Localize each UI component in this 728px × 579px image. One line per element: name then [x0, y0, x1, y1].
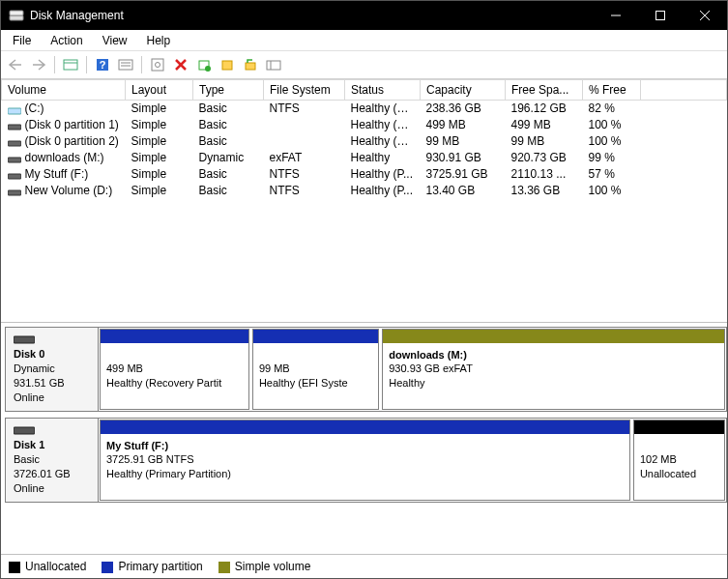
volume-list[interactable]: Volume Layout Type File System Status Ca…: [1, 79, 727, 323]
svg-rect-13: [152, 59, 163, 71]
col-spare: [641, 80, 727, 101]
minimize-button[interactable]: [594, 1, 638, 30]
window-controls: [594, 1, 727, 30]
toolbar: ?: [1, 51, 727, 79]
attach-vhd-button[interactable]: [217, 54, 238, 75]
legend-primary: Primary partition: [102, 560, 202, 573]
drive-icon: [8, 170, 21, 180]
drive-icon: [8, 187, 21, 196]
partition[interactable]: 99 MBHealthy (EFI Syste: [252, 329, 379, 410]
disk-label[interactable]: Disk 0Dynamic931.51 GBOnline: [6, 328, 99, 411]
disk-icon: [14, 333, 35, 345]
title-bar: Disk Management: [1, 1, 727, 30]
legend-unallocated: Unallocated: [9, 560, 86, 573]
menu-file[interactable]: File: [5, 32, 39, 49]
menu-action[interactable]: Action: [43, 32, 90, 49]
col-layout[interactable]: Layout: [126, 80, 193, 101]
menu-bar: File Action View Help: [1, 30, 727, 51]
svg-rect-1: [10, 11, 23, 15]
disk-row[interactable]: Disk 1Basic3726.01 GBOnlineMy Stuff (F:)…: [5, 418, 727, 503]
rescan-button[interactable]: [263, 54, 284, 75]
disk-icon: [14, 424, 35, 436]
col-capacity[interactable]: Capacity: [421, 80, 506, 101]
column-headers[interactable]: Volume Layout Type File System Status Ca…: [2, 80, 727, 101]
svg-rect-28: [8, 190, 21, 195]
action-list-button[interactable]: [115, 54, 136, 75]
svg-text:?: ?: [100, 59, 106, 71]
drive-icon: [8, 137, 21, 147]
menu-help[interactable]: Help: [139, 32, 179, 49]
svg-rect-21: [267, 61, 280, 70]
svg-rect-10: [119, 60, 132, 70]
table-row[interactable]: (C:)SimpleBasicNTFSHealthy (B...238.36 G…: [2, 101, 727, 117]
refresh-disk-button[interactable]: [240, 54, 261, 75]
table-row[interactable]: downloads (M:)SimpleDynamicexFATHealthy9…: [2, 150, 727, 166]
col-free[interactable]: Free Spa...: [506, 80, 583, 101]
disk-layout-panel[interactable]: Disk 0Dynamic931.51 GBOnline 499 MBHealt…: [1, 323, 727, 554]
col-fs[interactable]: File System: [264, 80, 345, 101]
svg-rect-25: [8, 141, 21, 146]
col-status[interactable]: Status: [345, 80, 421, 101]
maximize-button[interactable]: [638, 1, 683, 30]
refresh-button[interactable]: [147, 54, 168, 75]
table-row[interactable]: (Disk 0 partition 2)SimpleBasicHealthy (…: [2, 133, 727, 150]
col-pct[interactable]: % Free: [583, 80, 641, 101]
partition[interactable]: My Stuff (F:)3725.91 GB NTFSHealthy (Pri…: [100, 420, 630, 501]
partition[interactable]: 499 MBHealthy (Recovery Partit: [100, 329, 249, 410]
partition[interactable]: 102 MBUnallocated: [633, 420, 725, 501]
svg-rect-0: [10, 15, 23, 20]
col-type[interactable]: Type: [193, 80, 264, 101]
menu-view[interactable]: View: [95, 32, 135, 49]
partition-colorbar: [634, 420, 724, 434]
svg-rect-6: [64, 60, 77, 70]
svg-rect-19: [222, 61, 232, 70]
legend-simple: Simple volume: [218, 560, 311, 573]
window-title: Disk Management: [30, 9, 594, 22]
drive-icon: [8, 154, 21, 163]
svg-rect-20: [246, 63, 255, 70]
table-row[interactable]: New Volume (D:)SimpleBasicNTFSHealthy (P…: [2, 183, 727, 199]
partition-colorbar: [383, 330, 724, 343]
drive-icon: [8, 104, 21, 114]
partition[interactable]: downloads (M:)930.93 GB exFATHealthy: [382, 329, 725, 410]
forward-button[interactable]: [28, 54, 49, 75]
partition-colorbar: [101, 420, 629, 434]
table-row[interactable]: (Disk 0 partition 1)SimpleBasicHealthy (…: [2, 117, 727, 133]
svg-rect-30: [14, 427, 35, 434]
svg-point-18: [205, 66, 211, 72]
table-row[interactable]: My Stuff (F:)SimpleBasicNTFSHealthy (P..…: [2, 166, 727, 183]
svg-rect-23: [8, 108, 21, 114]
disk-label[interactable]: Disk 1Basic3726.01 GBOnline: [6, 419, 99, 502]
show-hide-console-button[interactable]: [60, 54, 81, 75]
back-button[interactable]: [5, 54, 26, 75]
partition-colorbar: [253, 330, 378, 343]
create-vhd-button[interactable]: [193, 54, 215, 75]
svg-rect-24: [8, 125, 21, 130]
svg-rect-29: [14, 336, 35, 343]
app-icon: [9, 8, 24, 23]
disk-row[interactable]: Disk 0Dynamic931.51 GBOnline 499 MBHealt…: [5, 327, 727, 412]
svg-rect-27: [8, 174, 21, 179]
svg-rect-26: [8, 158, 21, 162]
col-volume[interactable]: Volume: [2, 80, 126, 101]
partition-colorbar: [101, 330, 248, 343]
close-button[interactable]: [683, 1, 727, 30]
legend: Unallocated Primary partition Simple vol…: [1, 554, 727, 578]
delete-button[interactable]: [170, 54, 191, 75]
help-button[interactable]: ?: [92, 54, 113, 75]
drive-icon: [8, 121, 21, 130]
svg-rect-3: [656, 12, 665, 20]
